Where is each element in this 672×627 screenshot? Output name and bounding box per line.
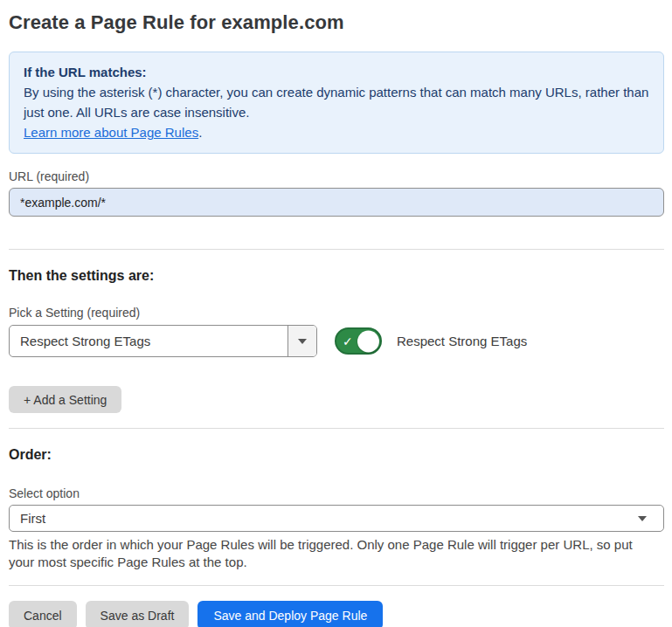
check-icon: ✓ [343,335,353,348]
order-help-text: This is the order in which your Page Rul… [9,536,660,571]
setting-dropdown-value: Respect Strong ETags [10,326,288,356]
toggle-label: Respect Strong ETags [397,334,527,348]
page-rule-form: Create a Page Rule for example.com If th… [0,0,672,627]
cancel-button[interactable]: Cancel [9,601,77,627]
save-as-draft-button[interactable]: Save as Draft [86,601,190,627]
setting-row: Respect Strong ETags ✓ Respect Strong ET… [9,325,664,357]
divider [9,585,664,586]
pick-setting-label: Pick a Setting (required) [9,305,664,320]
save-and-deploy-button[interactable]: Save and Deploy Page Rule [197,601,383,627]
url-match-info-box: If the URL matches: By using the asteris… [9,52,664,154]
info-box-link-line: Learn more about Page Rules. [24,122,649,142]
page-title: Create a Page Rule for example.com [9,10,664,35]
setting-toggle[interactable]: ✓ [335,327,382,355]
learn-more-link[interactable]: Learn more about Page Rules [24,125,198,140]
info-box-heading: If the URL matches: [24,62,649,82]
order-select-value: First [20,511,638,526]
info-box-body: By using the asterisk (*) character, you… [24,82,649,122]
add-setting-button[interactable]: + Add a Setting [9,386,121,413]
order-heading: Order: [9,446,664,464]
settings-heading: Then the settings are: [9,267,664,285]
divider [9,249,664,250]
url-field-label: URL (required) [9,169,664,184]
url-input[interactable] [9,188,664,217]
toggle-knob [357,330,379,352]
setting-dropdown[interactable]: Respect Strong ETags [9,325,317,357]
caret-down-icon [298,339,307,344]
divider [9,428,664,429]
setting-dropdown-arrow-button[interactable] [288,326,316,356]
order-select-label: Select option [9,486,664,501]
link-suffix: . [198,125,202,140]
caret-down-icon [638,516,647,521]
footer-actions: Cancel Save as Draft Save and Deploy Pag… [9,601,664,627]
order-select[interactable]: First [9,505,664,532]
